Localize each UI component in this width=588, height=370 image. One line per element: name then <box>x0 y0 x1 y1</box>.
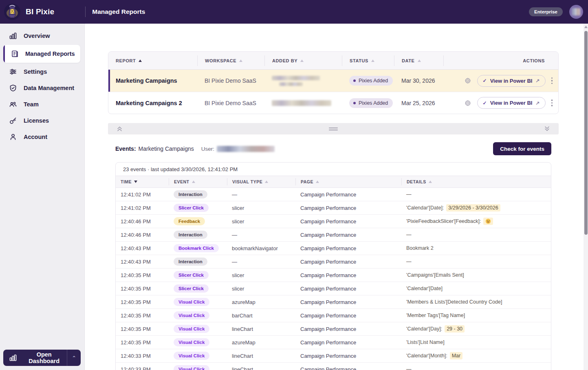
event-row[interactable]: 12:41:02 PM Slicer Click slicer Campaign… <box>116 201 551 215</box>
column-header-date[interactable]: DATE <box>394 55 443 66</box>
sidebar-item-data-management[interactable]: Data Management <box>0 80 84 96</box>
sidebar-item-label: Licenses <box>24 117 49 124</box>
event-row[interactable]: 12:40:35 PM Slicer Click slicer Campaign… <box>116 282 551 295</box>
event-row[interactable]: 12:40:46 PM Interaction — Campaign Perfo… <box>116 228 551 242</box>
visual-type: lineChart <box>227 366 295 370</box>
sort-icon <box>300 59 304 62</box>
collapse-down-icon[interactable] <box>544 126 550 132</box>
event-row[interactable]: 12:41:02 PM Interaction — Campaign Perfo… <box>116 188 551 201</box>
event-row[interactable]: 12:40:43 PM Bookmark Click bookmarkNavig… <box>116 242 551 255</box>
grinning-face-emoji-icon <box>483 218 493 225</box>
event-time: 12:40:35 PM <box>116 299 169 305</box>
view-in-powerbi-button[interactable]: ✓ View in Power BI ↗ <box>477 97 546 109</box>
event-page: Campaign Performance <box>295 272 401 278</box>
event-row[interactable]: 12:40:43 PM Interaction — Campaign Perfo… <box>116 255 551 269</box>
vertical-scrollbar[interactable] <box>584 24 588 370</box>
column-header-visual-type[interactable]: VISUAL TYPE <box>227 178 295 185</box>
events-summary: 23 events · last updated 3/30/2026, 12:4… <box>116 163 551 176</box>
sidebar-item-team[interactable]: Team <box>0 96 84 112</box>
status-dot-icon <box>353 79 356 82</box>
event-time: 12:40:35 PM <box>116 313 169 319</box>
event-details: 'PixieFeedbackSlicer'[Feedback]: <box>401 218 551 225</box>
added-by-redacted <box>264 76 342 86</box>
column-header-page[interactable]: PAGE <box>295 178 401 185</box>
chevron-up-icon[interactable]: ⌃ <box>67 355 81 361</box>
visual-type: slicer <box>227 272 295 278</box>
app-window: BI Pixie Managed Reports Enterprise Over… <box>0 0 588 370</box>
more-actions-kebab-icon[interactable] <box>551 99 553 106</box>
sort-icon <box>429 181 432 183</box>
event-time: 12:41:02 PM <box>116 205 169 211</box>
event-time: 12:40:35 PM <box>116 326 169 332</box>
event-badge: Visual Click <box>174 311 209 319</box>
column-header-details[interactable]: DETAILS <box>401 178 551 185</box>
topbar: BI Pixie Managed Reports Enterprise <box>0 0 588 24</box>
column-header-status[interactable]: STATUS <box>342 55 394 66</box>
event-row[interactable]: 12:40:46 PM Feedback slicer Campaign Per… <box>116 215 551 228</box>
settings-gear-icon[interactable] <box>464 99 471 107</box>
event-badge: Visual Click <box>174 325 209 333</box>
avatar[interactable] <box>569 5 583 19</box>
sidebar-item-account[interactable]: Account <box>0 129 84 145</box>
collapse-up-icon[interactable] <box>117 126 122 132</box>
page-title: Managed Reports <box>92 8 145 15</box>
external-link-icon: ↗ <box>535 100 540 106</box>
event-page: Campaign Performance <box>295 339 401 346</box>
column-header-time[interactable]: TIME <box>116 178 169 185</box>
report-row[interactable]: Marketing Campaigns BI Pixie Demo SaaS P… <box>108 70 558 92</box>
events-report-name: Marketing Campaigns <box>139 145 194 152</box>
event-time: 12:40:35 PM <box>116 339 169 346</box>
event-badge: Interaction <box>174 231 207 239</box>
more-actions-kebab-icon[interactable] <box>551 77 553 84</box>
event-details: — <box>401 366 551 370</box>
settings-gear-icon[interactable] <box>464 77 471 84</box>
sort-icon <box>239 59 242 62</box>
column-header-report[interactable]: REPORT <box>108 55 197 66</box>
event-row[interactable]: 12:40:35 PM Visual Click lineChart Campa… <box>116 322 551 336</box>
drag-handle[interactable] <box>329 128 338 130</box>
event-row[interactable]: 12:40:35 PM Visual Click azureMap Campai… <box>116 336 551 349</box>
event-details: 'Calendar'[Month]:Mar <box>401 352 551 359</box>
sort-icon <box>192 181 195 183</box>
event-row[interactable]: 12:40:35 PM Visual Click barChart Campai… <box>116 309 551 322</box>
sidebar-item-label: Overview <box>24 33 50 39</box>
added-by-redacted <box>264 100 342 106</box>
actions-cell: ✓ View in Power BI ↗ <box>443 75 558 87</box>
event-details: 'Lists'[List Name] <box>401 339 551 345</box>
event-cell: Bookmark Click <box>169 244 227 252</box>
report-row[interactable]: Marketing Campaigns 2 BI Pixie Demo SaaS… <box>108 92 558 114</box>
sidebar-item-managed-reports[interactable]: Managed Reports <box>3 45 80 63</box>
event-details: Bookmark 2 <box>401 245 551 251</box>
events-table: 23 events · last updated 3/30/2026, 12:4… <box>115 162 551 370</box>
column-header-event[interactable]: EVENT <box>169 178 227 185</box>
sidebar-item-settings[interactable]: Settings <box>0 64 84 80</box>
open-dashboard-button[interactable]: Open Dashboard ⌃ <box>3 350 81 366</box>
sort-icon <box>418 59 421 62</box>
sort-asc-icon <box>139 59 142 62</box>
column-header-workspace[interactable]: WORKSPACE <box>197 55 264 66</box>
sidebar-item-licenses[interactable]: Licenses <box>0 112 84 129</box>
event-row[interactable]: 12:40:33 PM Visual Click lineChart Campa… <box>116 363 551 370</box>
event-row[interactable]: 12:40:33 PM Visual Click lineChart Campa… <box>116 349 551 363</box>
scrollbar-thumb[interactable] <box>584 31 588 235</box>
event-page: Campaign Performance <box>295 232 401 238</box>
event-time: 12:40:35 PM <box>116 286 169 292</box>
sidebar-item-overview[interactable]: Overview <box>0 28 84 44</box>
visual-type: lineChart <box>227 326 295 332</box>
event-badge: Slicer Click <box>174 284 209 293</box>
event-cell: Visual Click <box>169 365 227 370</box>
panel-splitter[interactable] <box>108 123 559 134</box>
scroll-up-arrow-icon[interactable] <box>584 26 588 28</box>
event-cell: Visual Click <box>169 352 227 360</box>
event-row[interactable]: 12:40:35 PM Visual Click azureMap Campai… <box>116 295 551 309</box>
view-in-powerbi-button[interactable]: ✓ View in Power BI ↗ <box>477 75 546 87</box>
reports-table-header: REPORT WORKSPACE ADDED BY STATUS DATE AC… <box>108 52 558 70</box>
check-for-events-button[interactable]: Check for events <box>493 142 551 155</box>
highlight-value: 29 - 30 <box>445 325 465 333</box>
event-page: Campaign Performance <box>295 205 401 211</box>
column-header-added-by[interactable]: ADDED BY <box>264 55 342 66</box>
event-row[interactable]: 12:40:35 PM Slicer Click slicer Campaign… <box>116 269 551 282</box>
event-page: Campaign Performance <box>295 366 401 370</box>
status-badge: Pixies Added <box>349 98 393 108</box>
event-badge: Visual Click <box>174 338 209 346</box>
